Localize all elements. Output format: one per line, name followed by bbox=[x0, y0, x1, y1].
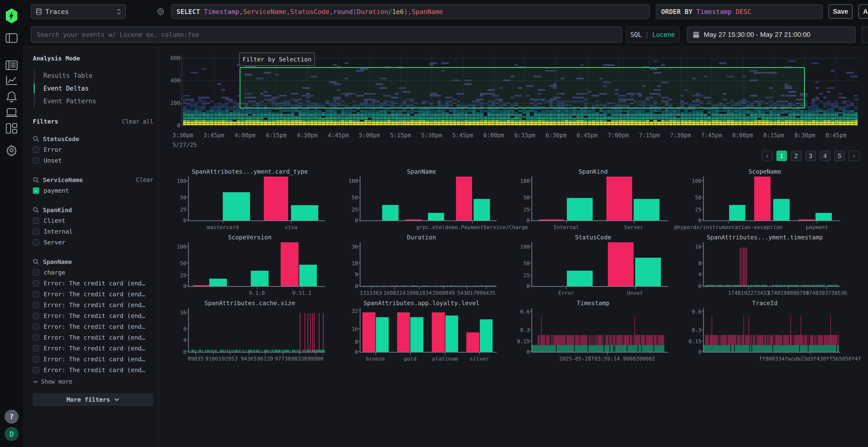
x-tick-mark bbox=[257, 287, 257, 289]
checkbox-unchecked[interactable] bbox=[33, 146, 39, 153]
filter-checkbox-row[interactable]: Error: The credit card (end… bbox=[33, 354, 153, 365]
sessions-laptop-icon[interactable] bbox=[0, 106, 23, 119]
more-filters-button[interactable]: More filters bbox=[33, 393, 153, 406]
checkbox-unchecked[interactable] bbox=[33, 367, 39, 373]
filter-checkbox-row[interactable]: Server bbox=[33, 237, 153, 248]
filter-checkbox-row[interactable]: Unset bbox=[33, 155, 153, 166]
mini-chart-plot[interactable]: 10050250ErrorUnset bbox=[531, 242, 669, 287]
page-button-1[interactable]: 1 bbox=[776, 150, 787, 161]
mini-chart-title: SpanAttributes...yment.card_type bbox=[173, 168, 327, 175]
filter-checkbox-row[interactable]: Error: The credit card (end… bbox=[33, 332, 153, 343]
mini-chart-scopename: ScopeName10050250@hyperdx/instrumentatio… bbox=[688, 168, 859, 234]
search-events-icon[interactable] bbox=[0, 59, 23, 72]
checkbox-unchecked[interactable] bbox=[33, 280, 39, 286]
filter-checkbox-row[interactable]: Error bbox=[33, 144, 153, 155]
checkbox-unchecked[interactable] bbox=[33, 157, 39, 164]
page-button-2[interactable]: 2 bbox=[791, 150, 802, 161]
search-input[interactable] bbox=[31, 27, 622, 43]
filter-checkbox-row[interactable]: Error: The credit card (end… bbox=[33, 343, 153, 354]
settings-gear-icon[interactable] bbox=[0, 143, 23, 157]
clear-link[interactable]: Clear bbox=[136, 176, 153, 183]
run-query-button[interactable]: ▷ bbox=[862, 27, 868, 43]
filter-checkbox-row[interactable]: ✓payment bbox=[33, 185, 153, 196]
filter-by-selection-tooltip[interactable]: Filter by Selection bbox=[239, 53, 315, 66]
filter-checkbox-row[interactable]: Error: The credit card (end… bbox=[33, 289, 153, 300]
y-tick-label: 0 bbox=[527, 217, 530, 224]
checkbox-unchecked[interactable] bbox=[33, 228, 39, 235]
checkbox-unchecked[interactable] bbox=[33, 217, 39, 224]
filter-checkbox-row[interactable]: Internal bbox=[33, 226, 153, 237]
alerts-bell-icon[interactable] bbox=[0, 90, 23, 104]
page-next-button[interactable]: › bbox=[849, 150, 859, 161]
clear-all-link[interactable]: Clear all bbox=[122, 118, 153, 125]
checkbox-unchecked[interactable] bbox=[33, 239, 39, 246]
mini-chart-plot[interactable]: 3618901333363169831419961834260084954301… bbox=[360, 242, 497, 287]
selection-region[interactable] bbox=[240, 67, 805, 108]
distribution-strip-canvas bbox=[704, 242, 840, 286]
page-button-4[interactable]: 4 bbox=[820, 150, 830, 161]
analysis-mode-event-patterns[interactable]: Event Patterns bbox=[35, 95, 153, 107]
query-token: ) bbox=[404, 8, 408, 15]
filter-checkbox-row[interactable]: charge bbox=[33, 267, 153, 278]
query-settings-gear[interactable] bbox=[153, 4, 168, 19]
select-query-input[interactable]: SELECT Timestamp,ServiceName,StatusCode,… bbox=[171, 4, 650, 19]
filter-checkbox-row[interactable]: Error: The credit card (end… bbox=[33, 310, 153, 321]
chart-explorer-icon[interactable] bbox=[0, 74, 23, 88]
x-tick-label: Unset bbox=[627, 290, 643, 296]
checkbox-unchecked[interactable] bbox=[33, 334, 39, 341]
mini-chart-plot[interactable]: 10050250@hyperdx/instrumentation-excepti… bbox=[703, 176, 840, 221]
checkbox-unchecked[interactable] bbox=[33, 356, 39, 363]
orderby-input[interactable]: ORDER BY Timestamp DESC bbox=[656, 4, 823, 19]
show-more-link[interactable]: Show more bbox=[33, 378, 153, 385]
mini-chart-plot[interactable]: 321680bronzegoldplatinumsilver bbox=[360, 308, 497, 353]
inlier-bar bbox=[445, 315, 458, 352]
page-button-5[interactable]: 5 bbox=[834, 150, 845, 161]
mini-chart-plot[interactable]: 0.60.30.1502025-05-28T03:59:14.900820000… bbox=[531, 308, 669, 353]
hyperdx-logo[interactable] bbox=[0, 8, 23, 24]
mini-chart-plot[interactable]: 10050250mastercardvisa bbox=[188, 176, 325, 221]
checkbox-unchecked[interactable] bbox=[33, 291, 39, 298]
lucene-toggle[interactable]: Lucene bbox=[652, 31, 675, 38]
query-token: ,ServiceName,StatusCode, bbox=[239, 8, 333, 15]
analysis-mode-results-table[interactable]: Results Table bbox=[35, 69, 153, 82]
y-axis-tick-label: 400 bbox=[159, 77, 180, 83]
y-tick-mark bbox=[186, 351, 189, 352]
checkbox-unchecked[interactable] bbox=[33, 345, 39, 352]
dashboards-icon[interactable] bbox=[0, 122, 23, 135]
filter-checkbox-row[interactable]: Error: The credit card (end… bbox=[33, 365, 153, 375]
mini-chart-plot[interactable]: 1684089835910639295394365961399773098338… bbox=[188, 308, 325, 353]
filter-checkbox-row[interactable]: Client bbox=[33, 215, 153, 226]
sidebar-toggle-icon[interactable] bbox=[0, 31, 23, 45]
user-avatar[interactable]: D bbox=[0, 427, 23, 441]
checkbox-unchecked[interactable] bbox=[33, 302, 39, 308]
alerts-button[interactable]: Alerts bbox=[858, 4, 868, 19]
filter-checkbox-row[interactable]: Error: The credit card (end… bbox=[33, 321, 153, 332]
mini-chart-plot[interactable]: 100502500.1.00.51.1 bbox=[188, 242, 325, 287]
query-language-toggle[interactable]: SQL | Lucene bbox=[626, 27, 679, 43]
filter-checkbox-row[interactable]: Error: The credit card (end… bbox=[33, 300, 153, 310]
date-range-picker[interactable]: May 27 15:30:00 - May 27 21:00:00 bbox=[687, 27, 856, 43]
x-tick-mark bbox=[827, 287, 827, 289]
checkbox-unchecked[interactable] bbox=[33, 269, 39, 276]
mini-chart-plot[interactable]: 10050250InternalServer bbox=[531, 176, 669, 221]
checkbox-checked[interactable]: ✓ bbox=[33, 187, 39, 194]
filter-item-label: payment bbox=[44, 187, 69, 194]
help-button[interactable]: ? bbox=[0, 409, 23, 424]
filter-item-label: Unset bbox=[44, 157, 62, 164]
mini-chart-plot[interactable]: 10050250grpc.oteldemo.PaymentService/Cha… bbox=[360, 176, 497, 221]
mini-chart-plot[interactable]: 1684017481922734331748199880789174839373… bbox=[703, 242, 840, 287]
checkbox-unchecked[interactable] bbox=[33, 313, 39, 319]
y-tick-label: 100 bbox=[348, 178, 358, 184]
y-tick-label: 25 bbox=[523, 272, 530, 278]
filter-checkbox-row[interactable]: Error: The credit card (end… bbox=[33, 278, 153, 289]
analysis-mode-event-deltas[interactable]: Event Deltas bbox=[35, 82, 153, 95]
inlier-bar bbox=[633, 199, 659, 220]
sql-toggle[interactable]: SQL bbox=[630, 31, 642, 38]
page-prev-button[interactable]: ‹ bbox=[762, 150, 773, 161]
checkbox-unchecked[interactable] bbox=[33, 323, 39, 330]
y-tick-label: 0 bbox=[183, 283, 186, 289]
mini-chart-plot[interactable]: 0.60.30.150ff860334facdb23d3f430ff5b5050… bbox=[703, 308, 840, 353]
page-button-3[interactable]: 3 bbox=[805, 150, 816, 161]
save-button[interactable]: Save bbox=[829, 4, 852, 19]
source-select[interactable]: Traces bbox=[31, 4, 126, 19]
